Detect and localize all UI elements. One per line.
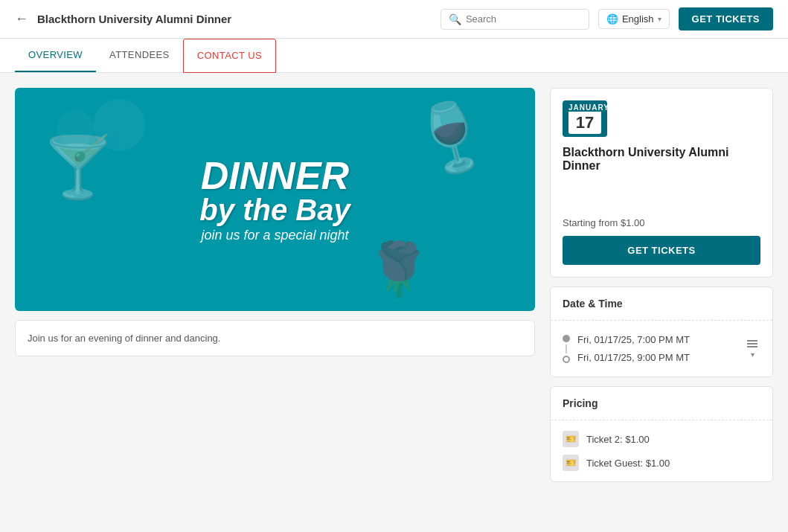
end-time: Fri, 01/17/25, 9:00 PM MT <box>577 349 737 366</box>
description-text: Join us for an evening of dinner and dan… <box>28 333 220 344</box>
language-selector[interactable]: 🌐 English ▾ <box>598 9 670 29</box>
left-column: 🍸 🍷 🌹 DINNER by the Bay join us for a sp… <box>15 88 535 482</box>
right-column: JANUARY 17 Blackthorn University Alumni … <box>550 88 773 482</box>
tab-contact[interactable]: CONTACT US <box>183 39 276 73</box>
event-banner: 🍸 🍷 🌹 DINNER by the Bay join us for a sp… <box>15 88 535 311</box>
pricing-body: 🎫 Ticket 2: $1.00 🎫 Ticket Guest: $1.00 <box>551 420 772 481</box>
tab-attendees[interactable]: ATTENDEES <box>96 39 183 72</box>
main-content: 🍸 🍷 🌹 DINNER by the Bay join us for a sp… <box>0 73 788 497</box>
language-label: English <box>622 13 654 25</box>
globe-icon: 🌐 <box>606 13 618 25</box>
tab-overview[interactable]: OVERVIEW <box>15 39 96 72</box>
banner-subtitle: join us for a special night <box>199 228 350 243</box>
banner-title-line1: DINNER <box>199 156 350 195</box>
header: ← Blackthorn University Alumni Dinner 🔍 … <box>0 0 788 39</box>
banner-text: DINNER by the Bay join us for a special … <box>199 156 350 243</box>
time-texts: Fri, 01/17/25, 7:00 PM MT Fri, 01/17/25,… <box>577 331 737 366</box>
header-get-tickets-button[interactable]: GET TICKETS <box>679 7 773 31</box>
main-get-tickets-button[interactable]: GET TICKETS <box>563 236 760 265</box>
date-time-body: Fri, 01/17/25, 7:00 PM MT Fri, 01/17/25,… <box>551 321 772 376</box>
search-icon: 🔍 <box>449 13 461 25</box>
pricing-item-2: 🎫 Ticket Guest: $1.00 <box>563 455 760 471</box>
date-time-header: Date & Time <box>551 287 772 321</box>
wine-glass-right-icon: 🍷 <box>401 89 502 186</box>
starting-from-text: Starting from $1.00 <box>563 217 760 228</box>
ticket-icon-2: 🎫 <box>563 455 579 471</box>
description-card: Join us for an evening of dinner and dan… <box>15 320 535 356</box>
search-box[interactable]: 🔍 <box>441 9 589 30</box>
ticket-1-label: Ticket 2: $1.00 <box>586 434 650 445</box>
end-dot <box>563 356 570 363</box>
chevron-down-icon: ▾ <box>751 350 755 359</box>
ticket-icon-1: 🎫 <box>563 431 579 447</box>
time-dots <box>563 335 570 363</box>
tabs-bar: OVERVIEW ATTENDEES CONTACT US <box>0 39 788 73</box>
pricing-card: Pricing 🎫 Ticket 2: $1.00 🎫 Ticket Guest… <box>550 386 773 482</box>
pricing-header: Pricing <box>551 387 772 420</box>
back-button[interactable]: ← <box>15 11 28 27</box>
banner-title-line2: by the Bay <box>199 195 350 225</box>
wine-glass-left-icon: 🍸 <box>41 132 115 202</box>
chevron-down-icon: ▾ <box>658 15 662 23</box>
pricing-item-1: 🎫 Ticket 2: $1.00 <box>563 431 760 447</box>
start-dot <box>563 335 570 342</box>
search-input[interactable] <box>466 13 581 25</box>
expand-lines-icon <box>747 339 757 349</box>
date-day: 17 <box>568 112 601 134</box>
date-month: JANUARY <box>568 103 601 112</box>
date-time-card: Date & Time Fri, 01/17/25, 7:00 PM MT Fr… <box>550 286 773 377</box>
ticket-2-label: Ticket Guest: $1.00 <box>586 458 670 469</box>
expand-button[interactable]: ▾ <box>744 336 760 362</box>
page-title: Blackthorn University Alumni Dinner <box>37 13 432 25</box>
start-time: Fri, 01/17/25, 7:00 PM MT <box>577 331 737 348</box>
event-name: Blackthorn University Alumni Dinner <box>563 146 760 173</box>
dot-connector <box>566 344 567 353</box>
date-badge: JANUARY 17 <box>563 100 607 137</box>
rose-icon: 🌹 <box>366 239 431 300</box>
event-info-card: JANUARY 17 Blackthorn University Alumni … <box>550 88 773 278</box>
